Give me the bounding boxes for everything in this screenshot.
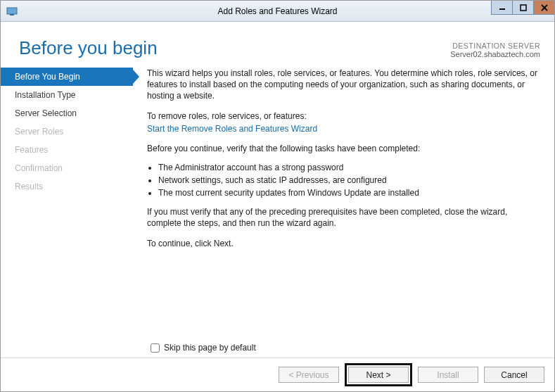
window-title: Add Roles and Features Wizard [1,6,554,16]
maximize-button[interactable] [512,1,533,15]
server-manager-icon [6,6,18,17]
next-button[interactable]: Next > [348,367,409,383]
cancel-button[interactable]: Cancel [484,367,544,383]
destination-server-box: DESTINATION SERVER Server02.shabaztech.c… [450,42,540,59]
skip-checkbox[interactable] [151,343,160,353]
destination-label: DESTINATION SERVER [450,42,540,50]
sidebar-item-features: Features [1,141,133,159]
svg-rect-0 [7,8,17,14]
sidebar-item-confirmation: Confirmation [1,159,133,177]
verify-lead: Before you continue, verify that the fol… [147,143,540,154]
page-title: Before you begin [19,37,158,59]
sidebar: Before You Begin Installation Type Serve… [1,66,133,358]
prereq-list: The Administrator account has a strong p… [147,163,540,198]
sidebar-item-installation-type[interactable]: Installation Type [1,86,133,104]
next-button-highlight: Next > [345,363,412,386]
skip-row: Skip this page by default [151,343,256,353]
remove-lead: To remove roles, role services, or featu… [147,110,540,122]
sidebar-item-results: Results [1,177,133,196]
list-item: Network settings, such as static IP addr… [158,175,540,185]
body: Before You Begin Installation Type Serve… [1,62,554,358]
header: Before you begin DESTINATION SERVER Serv… [1,22,554,62]
sidebar-item-before-you-begin[interactable]: Before You Begin [1,68,133,86]
footer: < Previous Next > Install Cancel [1,358,554,391]
window-controls [491,1,554,15]
sidebar-item-server-selection[interactable]: Server Selection [1,104,133,122]
skip-label: Skip this page by default [164,343,256,353]
svg-rect-1 [10,14,14,15]
content: Before you begin DESTINATION SERVER Serv… [1,22,554,391]
list-item: The most current security updates from W… [158,188,540,198]
remove-roles-link[interactable]: Start the Remove Roles and Features Wiza… [147,124,317,134]
sidebar-item-server-roles: Server Roles [1,122,133,141]
titlebar: Add Roles and Features Wizard [1,1,554,22]
minimize-button[interactable] [491,1,512,15]
destination-server: Server02.shabaztech.com [450,50,540,58]
previous-button: < Previous [279,367,339,383]
continue-line: To continue, click Next. [147,238,540,249]
close-button[interactable] [533,1,554,15]
intro-text: This wizard helps you install roles, rol… [147,68,540,102]
verify-trailer: If you must verify that any of the prece… [147,206,540,229]
svg-rect-3 [521,5,526,11]
main-panel: This wizard helps you install roles, rol… [133,66,554,358]
install-button: Install [418,367,478,383]
list-item: The Administrator account has a strong p… [158,163,540,172]
